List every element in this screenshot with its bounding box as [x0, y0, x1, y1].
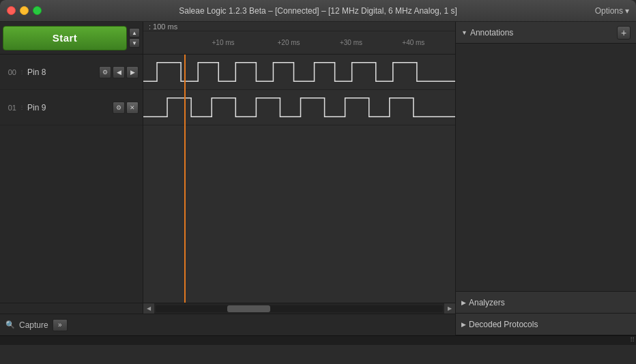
- time-label: : 100 ms: [149, 22, 177, 31]
- main-layout: Start ▲ ▼ : 100 ms +10 ms +20 ms: [0, 22, 636, 335]
- waveform-row-0: [143, 55, 455, 90]
- channel-labels: 00 ⋮⋮ Pin 8 ⚙ ◀ ▶ 01 ⋮⋮ Pin 9 ⚙: [0, 55, 143, 303]
- scrollbar-area: ◀ ▶: [0, 303, 455, 314]
- tick-30ms: +30 ms: [340, 39, 362, 46]
- channel-settings-button-1[interactable]: ⚙: [113, 102, 125, 114]
- right-panel: ▼ Annotations + ▶ Analyzers ▶ Decoded Pr…: [456, 22, 636, 335]
- right-bottom: ▶ Analyzers ▶ Decoded Protocols: [456, 291, 636, 335]
- channel-close-button-1[interactable]: ✕: [126, 102, 139, 114]
- channel-buttons-1: ⚙ ✕: [113, 102, 139, 114]
- channel-row-1: 01 ⋮⋮ Pin 9 ⚙ ✕: [0, 90, 143, 125]
- start-button[interactable]: Start: [3, 26, 127, 50]
- scrollbar-left-spacer: [0, 303, 143, 314]
- annotations-title: Annotations: [470, 28, 513, 37]
- more-button[interactable]: »: [53, 319, 68, 331]
- arrow-down-button[interactable]: ▼: [129, 38, 140, 48]
- waveform-svg-0: [143, 55, 455, 89]
- channel-row-0: 00 ⋮⋮ Pin 8 ⚙ ◀ ▶: [0, 55, 143, 90]
- channel-settings-button-0[interactable]: ⚙: [99, 66, 111, 78]
- scroll-right-button[interactable]: ▶: [444, 303, 455, 314]
- tick-10ms: +10 ms: [212, 39, 235, 46]
- channel-num-1: 01: [4, 104, 16, 112]
- annotations-header: ▼ Annotations +: [456, 22, 636, 44]
- capture-icon: 🔍: [5, 320, 15, 329]
- top-controls-row: Start ▲ ▼ : 100 ms +10 ms +20 ms: [0, 22, 455, 55]
- scrollbar-thumb[interactable]: [227, 305, 270, 312]
- analyzers-section[interactable]: ▶ Analyzers: [456, 292, 636, 314]
- decoded-protocols-collapse-icon: ▶: [461, 321, 466, 328]
- channel-buttons-0: ⚙ ◀ ▶: [99, 66, 139, 78]
- channel-name-1: Pin 9: [27, 103, 110, 112]
- chevron-down-icon: ▾: [625, 6, 629, 16]
- maximize-button[interactable]: [33, 6, 42, 15]
- time-cursor: [184, 55, 186, 303]
- add-annotation-button[interactable]: +: [617, 26, 631, 40]
- bottom-bar: 🔍 Capture »: [0, 314, 455, 335]
- channel-name-0: Pin 8: [27, 67, 96, 77]
- drag-handle-0: ⋮⋮: [19, 69, 25, 75]
- analyzers-label: Analyzers: [469, 298, 505, 307]
- channel-prev-button-0[interactable]: ◀: [113, 66, 125, 78]
- annotations-collapse-icon: ▼: [461, 29, 467, 36]
- waveform-area[interactable]: [143, 55, 455, 303]
- title-bar: Saleae Logic 1.2.3 Beta – [Connected] – …: [0, 0, 636, 22]
- time-ruler-section: : 100 ms +10 ms +20 ms +30 ms +40 ms: [143, 22, 455, 54]
- decoded-protocols-section[interactable]: ▶ Decoded Protocols: [456, 314, 636, 335]
- close-button[interactable]: [7, 6, 16, 15]
- drag-handle-1: ⋮⋮: [19, 104, 25, 110]
- waveform-svg-1: [143, 90, 455, 125]
- scroll-left-button[interactable]: ◀: [143, 303, 154, 314]
- resize-grip-icon: ⠿: [630, 336, 635, 344]
- traffic-lights: [7, 6, 42, 15]
- tick-20ms: +20 ms: [278, 39, 300, 46]
- decoded-protocols-label: Decoded Protocols: [469, 320, 538, 329]
- left-panel: Start ▲ ▼ : 100 ms +10 ms +20 ms: [0, 22, 456, 335]
- status-bar: ⠿: [0, 335, 636, 345]
- options-button[interactable]: Options ▾: [595, 6, 629, 16]
- minimize-button[interactable]: [20, 6, 29, 15]
- channel-next-button-0[interactable]: ▶: [126, 66, 139, 78]
- waveform-row-1: [143, 90, 455, 125]
- channel-area: 00 ⋮⋮ Pin 8 ⚙ ◀ ▶ 01 ⋮⋮ Pin 9 ⚙: [0, 55, 455, 303]
- start-section: Start ▲ ▼: [0, 22, 143, 54]
- annotations-body: [456, 44, 636, 291]
- annotations-title-row: ▼ Annotations: [461, 28, 513, 37]
- scrollbar-track[interactable]: [156, 305, 443, 312]
- start-arrows: ▲ ▼: [129, 28, 140, 48]
- arrow-up-button[interactable]: ▲: [129, 28, 140, 37]
- window-title: Saleae Logic 1.2.3 Beta – [Connected] – …: [179, 6, 457, 16]
- channel-num-0: 00: [4, 68, 16, 76]
- capture-label[interactable]: Capture: [19, 320, 48, 330]
- analyzers-collapse-icon: ▶: [461, 299, 466, 306]
- tick-40ms: +40 ms: [402, 39, 424, 46]
